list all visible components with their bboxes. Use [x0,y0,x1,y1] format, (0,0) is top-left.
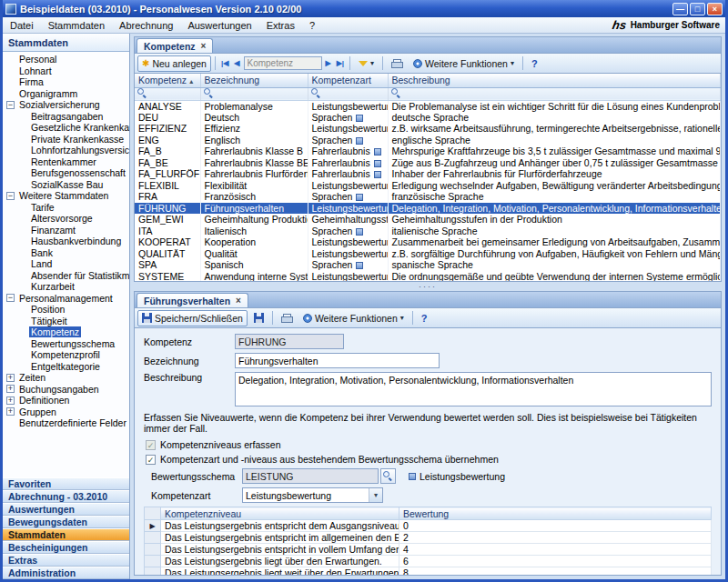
pane-splitter[interactable]: ···· [134,282,722,291]
tree-item-private-krankenkasse[interactable]: Private Krankenkasse [3,134,129,146]
table-row-führung[interactable]: FÜHRUNGFührungsverhaltenLeistungsbewertu… [135,203,721,215]
table-row-deu[interactable]: DEUDeutschSprachendeutsche Sprache [135,112,721,124]
menu-item-?[interactable]: ? [302,17,322,33]
tree-item-buchungsangaben[interactable]: +Buchungsangaben [3,384,129,396]
table-row-eng[interactable]: ENGEnglischSprachenenglische Sprache [135,135,721,146]
expand-icon[interactable]: + [6,385,15,393]
nav-button-favoriten[interactable]: Favoriten [3,477,129,490]
tree-item-gesetzliche-krankenkasse[interactable]: Gesetzliche Krankenkasse [3,122,129,134]
collapse-icon[interactable]: − [6,192,15,200]
filter-cell-bezeichnung[interactable] [200,87,308,100]
maximize-button[interactable]: □ [690,3,705,15]
tree-item-berufsgenossenschaft[interactable]: Berufsgenossenschaft [3,167,129,179]
save-button[interactable] [249,310,268,326]
table-row-flexibil[interactable]: FLEXIBILFlexibilitätLeistungsbewertungEr… [135,180,721,192]
nav-button-bescheinigungen[interactable]: Bescheinigungen [3,541,129,554]
column-header-bewertung[interactable]: Bewertung [399,507,712,520]
table-row-ita[interactable]: ITAItalienischSprachenitalienische Sprac… [135,226,721,237]
table-row-fa-flurföf[interactable]: FA_FLURFÖFFahrerlaubnis FlurförderfahrzF… [135,168,721,180]
tree-item-altersvorsorge[interactable]: Altersvorsorge [3,213,129,225]
nav-button-auswertungen[interactable]: Auswertungen [3,503,129,516]
tree-item-tätigkeit[interactable]: Tätigkeit [3,316,129,327]
column-header-kompetenzart[interactable]: Kompetenzart [308,74,388,87]
tab-close-icon[interactable]: × [236,296,241,306]
next-record-button[interactable]: ▶ [324,59,333,67]
niveau-row-2[interactable]: Das Leistungsergebnis entspricht im allg… [145,532,712,544]
tree-item-organigramm[interactable]: Organigramm [3,88,129,100]
expand-icon[interactable]: + [6,407,15,416]
tree-item-hausbankverbindung[interactable]: Hausbankverbindung [3,236,129,247]
tree-item-sozialversicherung[interactable]: −Sozialversicherung [3,99,129,111]
expand-icon[interactable]: + [6,396,15,405]
tree-item-kurzarbeit[interactable]: Kurzarbeit [3,281,129,293]
nav-button-bewegungsdaten[interactable]: Bewegungsdaten [3,516,129,528]
table-row-gem-ewi[interactable]: GEM_EWIGeheimhaltung ProduktionGeheimhal… [135,214,721,226]
tree-item-bank[interactable]: Bank [3,247,129,259]
column-header-kompetenzniveau[interactable]: Kompetenzniveau [161,507,399,520]
beschreibung-field[interactable]: Delegation, Integration, Motivation, Per… [235,372,712,406]
table-row-fa-b[interactable]: FA_BFahrerlaubnis Klasse BFahrerlaubnisM… [135,146,721,157]
last-record-button[interactable]: ▶| [335,59,346,67]
tree-item-lohnart[interactable]: Lohnart [3,65,129,77]
tree-item-kompetenzprofil[interactable]: Kompetenzprofil [3,349,129,361]
column-header-kompetenz[interactable]: Kompetenz▴ [135,74,200,87]
tree-item-kompetenz[interactable]: Kompetenz [3,326,129,338]
niveau-row-1[interactable]: ▶Das Leistungsergebnis entspricht dem Au… [145,520,712,532]
collapse-icon[interactable]: − [6,101,15,109]
tree-item-rentenkammer[interactable]: Rentenkammer [3,156,129,168]
niveau-row-3[interactable]: Das Leistungsergebnis entspricht in voll… [145,544,712,556]
column-header-beschreibung[interactable]: Beschreibung [388,74,721,87]
close-button[interactable]: × [707,3,723,15]
menu-item-auswertungen[interactable]: Auswertungen [180,17,258,33]
tree-item-entgeltkategorie[interactable]: Entgeltkategorie [3,361,129,373]
table-row-analyse[interactable]: ANALYSEProblemanalyseLeistungsbewertungD… [135,100,721,112]
tree-item-firma[interactable]: Firma [3,76,129,88]
more-functions-button[interactable]: Weitere Funktionen ▾ [298,310,409,326]
first-record-button[interactable]: |◀ [219,59,230,67]
tree-item-gruppen[interactable]: +Gruppen [3,406,129,418]
filter-cell-beschreibung[interactable] [388,87,721,100]
tree-item-tarife[interactable]: Tarife [3,202,129,214]
menu-item-abrechnung[interactable]: Abrechnung [112,17,180,33]
nav-button-abrechnung-03-2010[interactable]: Abrechnung - 03.2010 [3,490,129,503]
tab-close-icon[interactable]: × [201,41,207,51]
tree-item-weitere-stammdaten[interactable]: −Weitere Stammdaten [3,190,129,202]
tree-item-personal[interactable]: Personal [3,54,129,65]
tree-item-personalmanagement[interactable]: −Personalmanagement [3,293,129,305]
tree-item-sozialkasse-bau[interactable]: SozialKasse Bau [3,179,129,191]
bewertungsschema-field[interactable] [242,468,379,484]
checkbox-kompetenzniveaus-erfassen[interactable]: ✓ [146,440,156,450]
tab-kompetenz[interactable]: Kompetenz × [136,38,213,53]
print-button[interactable] [387,55,407,72]
tree-item-benutzerdefinierte-felder[interactable]: Benutzerdefinierte Felder [3,417,129,429]
save-close-button[interactable]: Speichern/Schließen [137,310,248,326]
tree-item-zeiten[interactable]: +Zeiten [3,372,129,384]
tree-item-lohnfortzahlungsversicherung[interactable]: Lohnfortzahlungsversicherung [3,145,129,156]
kompetenzart-select[interactable]: Leistungsbewertung ▾ [242,487,383,503]
menu-item-stammdaten[interactable]: Stammdaten [41,17,112,33]
table-row-systeme[interactable]: SYSTEMEAnwendung interne SystemeLeistung… [135,271,721,283]
more-functions-button[interactable]: Weitere Funktionen ▾ [409,55,519,72]
table-row-kooperat[interactable]: KOOPERATKooperationLeistungsbewertungZus… [135,236,721,248]
kompetenz-field[interactable] [235,334,344,349]
lookup-button[interactable] [380,468,396,484]
nav-button-extras[interactable]: Extras [3,554,129,567]
tree-item-land[interactable]: Land [3,258,129,270]
minimize-button[interactable]: — [672,3,688,15]
checkbox-kompetenzart-und-niveaus-aus-bestehendem-bewertungsschema-übernehmen[interactable]: ✓ [146,455,156,465]
table-row-qualität[interactable]: QUALITÄTQualitätLeistungsbewertungz.B. s… [135,248,721,260]
tree-item-position[interactable]: Position [3,304,129,316]
table-row-fa-be[interactable]: FA_BEFahrerlaubnis Klasse BEFahrerlaubni… [135,157,721,169]
expand-icon[interactable]: + [6,374,15,382]
tree-item-finanzamt[interactable]: Finanzamt [3,225,129,236]
menu-item-extras[interactable]: Extras [259,17,302,33]
menu-item-datei[interactable]: Datei [3,17,41,33]
previous-record-button[interactable]: ◀ [232,59,241,67]
filter-cell-kompetenzart[interactable] [308,87,388,100]
tree-item-beitragsangaben[interactable]: Beitragsangaben [3,111,129,123]
niveau-row-4[interactable]: Das Leistungsergebnis liegt über den Erw… [145,556,712,567]
column-header-bezeichnung[interactable]: Bezeichnung [200,74,308,87]
nav-button-administration[interactable]: Administration [3,567,129,579]
collapse-icon[interactable]: − [6,294,15,302]
help-button[interactable]: ? [527,55,542,72]
